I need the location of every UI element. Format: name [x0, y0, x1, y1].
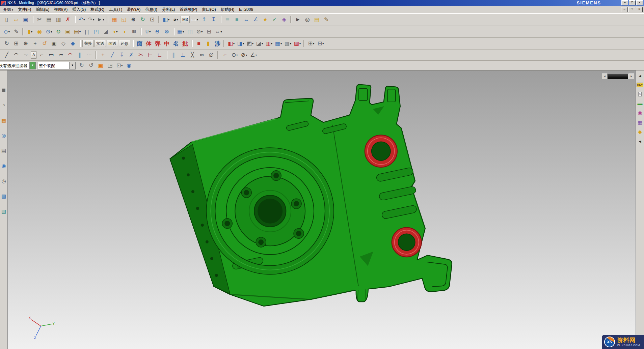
maximize-button[interactable]: □ — [629, 0, 636, 5]
display-group-4-button[interactable]: ◪▾ — [255, 39, 264, 48]
reselect-button[interactable]: ↻ — [77, 61, 86, 70]
spring-macro-button[interactable]: 弹 — [154, 40, 162, 47]
part-navigator-icon[interactable]: ▦ — [1, 118, 6, 123]
chevron-down-icon[interactable]: ▾ — [51, 30, 52, 33]
chevron-down-icon[interactable]: ▾ — [220, 30, 222, 33]
shaded-button[interactable]: ◆ — [69, 39, 77, 48]
web-browser-icon[interactable]: ◉ — [1, 163, 6, 168]
batch-macro-button[interactable]: 批 — [181, 40, 189, 47]
text-notes-icon[interactable]: T. — [638, 92, 642, 96]
chevron-down-icon[interactable]: ▾ — [236, 54, 238, 57]
minimize-button[interactable]: – — [621, 0, 628, 5]
collapse-arrow-icon[interactable]: ◂ — [639, 139, 641, 144]
green-panel-icon[interactable]: ▬ — [638, 101, 643, 106]
undo-button[interactable]: ↶▾ — [77, 15, 86, 24]
chevron-down-icon[interactable]: ▾ — [177, 18, 178, 21]
chevron-down-icon[interactable]: ▾ — [246, 54, 247, 57]
menu-insert[interactable]: 插入(S) — [70, 6, 88, 13]
menu-view[interactable]: 视图(V) — [52, 6, 70, 13]
central-boss[interactable] — [226, 168, 314, 255]
chevron-down-icon[interactable]: ▾ — [197, 18, 198, 21]
quick-trim-button[interactable]: ✂ — [136, 51, 145, 59]
fit-window-button[interactable]: ⊞ — [12, 39, 21, 48]
cad-model-view[interactable] — [8, 70, 636, 349]
cut-button[interactable]: ✂ — [35, 15, 44, 24]
pattern-feature-button[interactable]: ▦▾ — [176, 27, 185, 36]
project-curve-button[interactable]: ↧ — [117, 51, 126, 59]
select-pointer-button[interactable]: ► — [294, 15, 302, 24]
hole-button[interactable]: ⊙▾ — [45, 27, 53, 36]
pattern-curve-button[interactable]: ⋯ — [85, 51, 93, 59]
point-button[interactable]: + — [99, 51, 107, 59]
menu-format[interactable]: 格式(R) — [88, 6, 107, 13]
cross-constraint-button[interactable]: ╳ — [188, 51, 197, 59]
menu-information[interactable]: 信息(I) — [143, 6, 159, 13]
red-bushing-top[interactable] — [365, 135, 397, 167]
datum-plane-button[interactable]: ◇▾ — [2, 27, 11, 36]
sketch-button[interactable]: ✎ — [12, 27, 21, 36]
layer-visibility-button[interactable]: ≡ — [233, 15, 241, 24]
histogram-icon[interactable]: ▦ — [638, 120, 642, 125]
chevron-down-icon[interactable]: ▾ — [93, 18, 94, 21]
measure-angle-button[interactable]: ∠ — [251, 15, 260, 24]
quick-extend-button[interactable]: ⊢ — [146, 51, 155, 59]
menu-help[interactable]: 帮助(H) — [218, 6, 237, 13]
draft-pencil-button[interactable]: ✎ — [322, 15, 331, 24]
scroll-right-button[interactable]: ▸ — [628, 74, 634, 79]
layer-settings-button[interactable]: ≣ — [223, 15, 232, 24]
orient-view-button[interactable]: ◕▾ — [171, 15, 180, 24]
mdi-close-button[interactable]: × — [636, 7, 643, 12]
import-display-button[interactable]: ↧ — [209, 15, 218, 24]
hd3d-tools-icon[interactable]: ▤ — [1, 148, 6, 153]
face-translucent-button[interactable]: 面透 — [107, 40, 118, 47]
subtract-button[interactable]: ⊖ — [153, 27, 162, 36]
chevron-down-icon[interactable]: ▾ — [116, 30, 117, 33]
face-macro-button[interactable]: 面 — [135, 40, 144, 47]
red-solid-button[interactable]: ■ — [194, 39, 203, 48]
menu-tools[interactable]: 工具(T) — [107, 6, 125, 13]
graphics-viewport[interactable]: ◂ ▸ X Y Z — [8, 70, 636, 349]
save-button[interactable]: ▣ — [21, 15, 30, 24]
tangent-constraint-button[interactable]: ∞ — [197, 51, 206, 59]
display-group-3-button[interactable]: ◩▾ — [246, 39, 254, 48]
wcs-ball-button[interactable]: ◉ — [125, 61, 133, 70]
corner-dim-button[interactable]: ⌐ — [221, 51, 230, 59]
rectangle-button[interactable]: ▭ — [47, 51, 56, 59]
spline-button[interactable]: ∼ — [21, 51, 30, 59]
body-macro-button[interactable]: 体 — [144, 40, 153, 47]
more-display-2-button[interactable]: ⊟▾ — [316, 39, 325, 48]
menu-edit[interactable]: 编辑(E) — [33, 6, 52, 13]
split-body-button[interactable]: ⊟ — [205, 27, 213, 36]
snapshot-button[interactable]: ▣ — [50, 39, 58, 48]
unite-button[interactable]: ∪▾ — [143, 27, 152, 36]
chevron-down-icon[interactable]: ▾ — [256, 54, 257, 57]
deselect-button[interactable]: ↺ — [87, 61, 96, 70]
chevron-down-icon[interactable]: ▾ — [262, 42, 263, 45]
display-group-7-button[interactable]: ▧▾ — [284, 39, 292, 48]
selection-scope-button[interactable]: ◎ — [303, 15, 312, 24]
measure-distance-button[interactable]: ↔ — [242, 15, 251, 24]
boss-button[interactable]: ⊚ — [54, 27, 63, 36]
mirror-feature-button[interactable]: ◫ — [186, 27, 194, 36]
display-group-1-button[interactable]: ◧▾ — [227, 39, 236, 48]
perpendicular-constraint-button[interactable]: ⊥ — [179, 51, 187, 59]
nx-app-icon[interactable] — [1, 1, 6, 5]
key-tips-icon[interactable]: KEY — [637, 83, 643, 87]
cad-part-green-bracket[interactable] — [170, 85, 452, 306]
extrude-button[interactable]: ▮▾ — [26, 27, 34, 36]
new-file-button[interactable]: ▯ — [2, 15, 11, 24]
chevron-down-icon[interactable]: ▾ — [280, 42, 282, 45]
chevron-down-icon[interactable]: ▾ — [183, 30, 184, 33]
display-group-2-button[interactable]: ◨▾ — [236, 39, 245, 48]
highlight-button[interactable]: ▣ — [96, 61, 105, 70]
chamfer-button[interactable]: ◢ — [101, 27, 110, 36]
trim-body-button[interactable]: ⊘▾ — [195, 27, 204, 36]
mdi-minimize-button[interactable]: – — [621, 7, 628, 12]
polygon-button[interactable]: ▱ — [56, 51, 65, 59]
chevron-down-icon[interactable]: ▾ — [290, 42, 291, 45]
chevron-down-icon[interactable]: ▾ — [103, 18, 104, 21]
copy-button[interactable]: ▤ — [45, 15, 53, 24]
selection-filter-combo[interactable]: 没有选择过滤器 ▾ — [0, 62, 36, 69]
intersect-curve-button[interactable]: ✗ — [127, 51, 136, 59]
line-button[interactable]: ╱ — [2, 51, 11, 59]
